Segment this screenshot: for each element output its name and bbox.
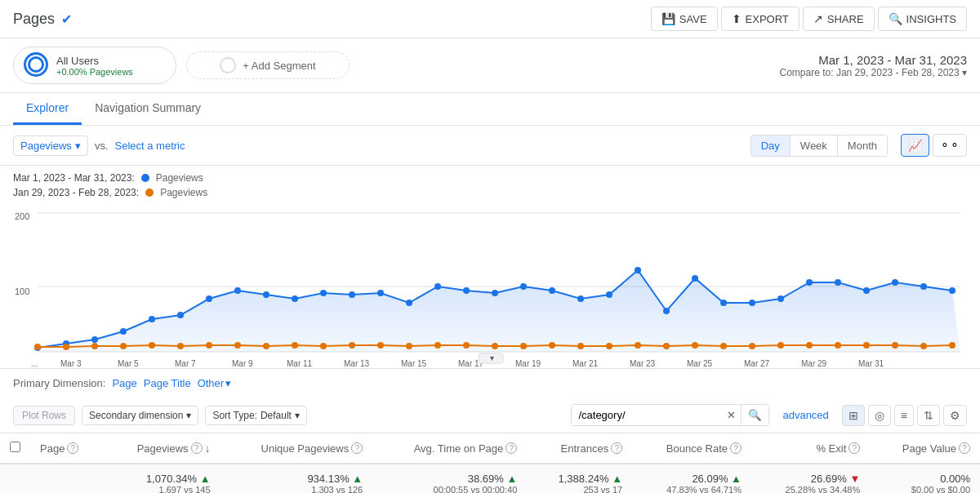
svg-point-57 <box>577 343 584 349</box>
chart-legend: Mar 1, 2023 - Mar 31, 2023: Pageviews Ja… <box>0 166 980 205</box>
share-icon: ↗ <box>813 12 823 25</box>
page-help-icon[interactable]: ? <box>67 442 78 454</box>
topbar-actions: 💾 SAVE ⬆ EXPORT ↗ SHARE 🔍 INSIGHTS <box>651 7 967 31</box>
tab-navigation-summary[interactable]: Navigation Summary <box>82 93 214 125</box>
svg-point-52 <box>434 342 441 349</box>
insights-button[interactable]: 🔍 INSIGHTS <box>878 7 967 31</box>
export-button[interactable]: ⬆ EXPORT <box>721 7 800 31</box>
avg-time-arrow: ▲ <box>506 473 517 485</box>
unique-sub: 1,303 vs 126 <box>230 485 363 493</box>
share-button[interactable]: ↗ SHARE <box>803 7 875 31</box>
unique-pageviews-help-icon[interactable]: ? <box>351 442 363 454</box>
svg-point-36 <box>920 283 927 290</box>
svg-point-54 <box>492 343 498 349</box>
search-clear-button[interactable]: ✕ <box>722 405 741 425</box>
secondary-dimension-select[interactable]: Secondary dimension ▾ <box>82 406 198 425</box>
svg-point-44 <box>206 342 212 349</box>
svg-point-34 <box>863 287 870 294</box>
svg-point-22 <box>520 283 527 290</box>
svg-point-46 <box>263 343 270 349</box>
bounce-rate-help-icon[interactable]: ? <box>730 442 742 454</box>
all-users-segment[interactable]: All Users +0.00% Pageviews <box>13 47 176 84</box>
dim-other-dropdown[interactable]: Other ▾ <box>198 377 232 389</box>
custom-view-button[interactable]: ⚙ <box>943 405 967 426</box>
svg-text:Mar 3: Mar 3 <box>60 359 82 368</box>
svg-text:Mar 19: Mar 19 <box>515 359 541 368</box>
page-value-pct: 0.00% <box>940 473 970 485</box>
select-metric-link[interactable]: Select a metric <box>115 140 185 152</box>
svg-point-8 <box>120 328 127 335</box>
pageviews-help-icon[interactable]: ? <box>191 442 203 454</box>
dim-page-title-link[interactable]: Page Title <box>144 377 191 389</box>
chart-type-buttons: 📈 ⚬⚬ <box>901 134 967 157</box>
segment-label: All Users +0.00% Pageviews <box>56 55 133 77</box>
plot-rows-button: Plot Rows <box>13 406 75 425</box>
svg-point-65 <box>806 342 813 349</box>
pie-view-button[interactable]: ◎ <box>868 405 891 426</box>
search-go-button[interactable]: 🔍 <box>741 405 768 425</box>
svg-point-56 <box>549 342 555 349</box>
svg-point-38 <box>34 344 41 350</box>
th-entrances: Entrances ? <box>527 433 632 464</box>
avg-time-help-icon[interactable]: ? <box>506 442 517 454</box>
topbar: Pages ✔ 💾 SAVE ⬆ EXPORT ↗ SHARE 🔍 INSIGH… <box>0 0 980 38</box>
th-page: Page ? <box>30 433 104 464</box>
svg-text:Mar 25: Mar 25 <box>687 359 713 368</box>
grid-view-button[interactable]: ⊞ <box>842 405 865 426</box>
pivot-view-button[interactable]: ⇅ <box>917 405 940 426</box>
date-range[interactable]: Mar 1, 2023 - Mar 31, 2023 Compare to: J… <box>780 53 968 78</box>
date-compare: Compare to: Jan 29, 2023 - Feb 28, 2023 … <box>780 67 968 78</box>
time-btn-week[interactable]: Week <box>791 135 838 156</box>
tab-explorer[interactable]: Explorer <box>13 93 82 125</box>
total-page-value-cell: 0.00% $0.00 vs $0.00 <box>870 464 980 493</box>
svg-point-16 <box>349 291 355 298</box>
select-all-checkbox[interactable] <box>10 442 20 452</box>
title-text: Pages <box>13 11 55 28</box>
bounce-rate-sub: 47.83% vs 64.71% <box>642 485 742 493</box>
entrances-help-icon[interactable]: ? <box>611 442 622 454</box>
metric-select[interactable]: Pageviews ▾ <box>13 135 88 156</box>
svg-point-42 <box>149 342 155 349</box>
time-btn-month[interactable]: Month <box>838 135 887 156</box>
pct-exit-help-icon[interactable]: ? <box>849 442 860 454</box>
add-segment-button[interactable]: + Add Segment <box>186 51 350 79</box>
svg-text:Mar 27: Mar 27 <box>744 359 770 368</box>
svg-point-48 <box>320 343 327 349</box>
svg-point-51 <box>406 343 412 349</box>
pageviews-sort-icon[interactable]: ↓ <box>205 442 211 455</box>
svg-text:Mar 15: Mar 15 <box>401 359 427 368</box>
th-checkbox <box>0 433 30 464</box>
segments-bar: All Users +0.00% Pageviews + Add Segment… <box>0 38 980 93</box>
metric-dropdown-icon: ▾ <box>75 140 81 152</box>
data-table: Page ? Pageviews ? ↓ Unique Pageviews ? <box>0 433 980 493</box>
sort-type-select[interactable]: Sort Type: Default ▾ <box>205 406 307 425</box>
scatter-chart-button[interactable]: ⚬⚬ <box>933 134 967 157</box>
time-btn-day[interactable]: Day <box>751 135 791 156</box>
th-bounce-rate: Bounce Rate ? <box>632 433 751 464</box>
svg-point-60 <box>663 343 670 349</box>
svg-text:Mar 13: Mar 13 <box>344 359 370 368</box>
dim-page-link[interactable]: Page <box>112 377 136 389</box>
view-buttons: ⊞ ◎ ≡ ⇅ ⚙ <box>842 405 967 426</box>
search-input[interactable] <box>572 405 722 425</box>
svg-point-68 <box>892 342 898 349</box>
total-pageviews-cell: 1,070.34% ▲ 1,697 vs 145 <box>104 464 220 493</box>
total-entrances-cell: 1,388.24% ▲ 253 vs 17 <box>527 464 632 493</box>
metric-label: Pageviews <box>20 140 72 152</box>
page-title: Pages ✔ <box>13 11 651 28</box>
line-chart-button[interactable]: 📈 <box>901 134 929 157</box>
bar-view-button[interactable]: ≡ <box>894 405 914 426</box>
add-segment-circle <box>220 57 236 73</box>
save-button[interactable]: 💾 SAVE <box>651 7 718 31</box>
svg-point-27 <box>663 308 670 314</box>
page-value-help-icon[interactable]: ? <box>959 442 970 454</box>
svg-text:...: ... <box>31 359 38 368</box>
segment-name: All Users <box>56 55 133 67</box>
advanced-link[interactable]: advanced <box>776 409 835 421</box>
svg-point-15 <box>320 290 327 296</box>
entrances-arrow: ▲ <box>612 473 622 485</box>
export-icon: ⬆ <box>732 12 742 25</box>
vs-text: vs. <box>95 140 109 152</box>
date-dropdown-icon: ▾ <box>962 67 967 78</box>
svg-point-23 <box>549 287 555 294</box>
